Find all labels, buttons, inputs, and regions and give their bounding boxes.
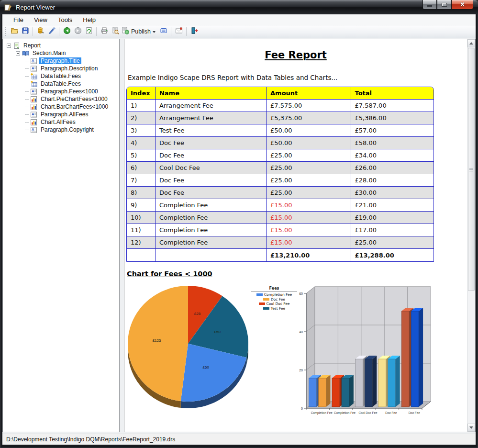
cell-name: Completion Fee — [156, 236, 267, 249]
paragraph-icon: A — [30, 65, 37, 72]
cell-amount: £15.00 — [267, 212, 351, 224]
data-key-button[interactable] — [35, 26, 46, 37]
bar-side-7 — [396, 356, 400, 407]
tree-item-chart-allfees[interactable]: Chart.AllFees — [4, 118, 118, 126]
open-button[interactable] — [9, 26, 20, 37]
cell-index: 8) — [127, 187, 156, 199]
legend-title: Fees — [251, 286, 297, 291]
menu-file[interactable]: File — [8, 15, 29, 24]
cell-amount: £25.00 — [267, 174, 351, 187]
cell-amount: £25.00 — [267, 187, 351, 199]
bar-chart: 0204060Completion FeeCompletion FeeCool … — [294, 280, 459, 424]
collapse-toggle[interactable] — [16, 51, 20, 56]
chevron-down-icon — [153, 31, 156, 33]
cell-total: £30.00 — [351, 187, 434, 199]
cell-index: 7) — [127, 174, 156, 187]
datatable-icon — [30, 73, 37, 80]
vertical-scrollbar[interactable] — [467, 39, 475, 432]
menu-help[interactable]: Help — [78, 15, 101, 24]
design-button[interactable] — [46, 26, 57, 37]
tree-item-paragraph-description[interactable]: AParagraph.Description — [4, 65, 118, 72]
close-icon — [459, 2, 466, 7]
table-row: 10)Completion Fee£15.00£19.00 — [127, 212, 434, 224]
cell-index: 4) — [127, 137, 156, 149]
tree-item-datatable-fees[interactable]: DataTable.Fees — [4, 72, 118, 80]
report-tree-panel: ReportSection.MainAParagraph.TitleAParag… — [2, 39, 120, 432]
table-row: 8)Doc Fee£25.00£30.00 — [127, 187, 434, 199]
scroll-up-icon — [469, 42, 473, 45]
exit-button[interactable] — [189, 26, 200, 37]
cell-amount: £50.00 — [267, 124, 351, 137]
menu-tools[interactable]: Tools — [53, 15, 78, 24]
fax-print-button[interactable] — [158, 26, 169, 37]
table-row: 12)Completion Fee£15.00£25.00 — [127, 236, 434, 249]
bar-doc-fee-8 — [401, 311, 409, 407]
tree-item-chart-piechartfees-1000[interactable]: Chart.PieChartFees<1000 — [4, 95, 118, 103]
email-button[interactable] — [173, 26, 184, 37]
app-window: Report Viewer FileViewToolsHelp Publish … — [0, 0, 478, 448]
svg-text:A: A — [32, 58, 34, 63]
tree-item-label: Paragraph.AllFees — [39, 111, 89, 118]
cell-amount: £15.00 — [267, 199, 351, 212]
tree-connector — [25, 68, 29, 69]
table-row: 3)Test Fee£50.00£57.00 — [127, 124, 434, 137]
back-icon — [63, 27, 71, 36]
forward-icon — [74, 27, 82, 36]
menu-view[interactable]: View — [29, 15, 53, 24]
y-axis-tick-label: 40 — [299, 330, 303, 334]
legend-entry-completion-fee: Completion Fee — [251, 292, 297, 297]
table-row: 7)Doc Fee£25.00£28.00 — [127, 174, 434, 187]
scroll-down-button[interactable] — [467, 424, 475, 432]
toolbar: Publish — [2, 25, 476, 38]
minimize-button[interactable] — [422, 0, 437, 10]
toolbar-separator — [171, 27, 171, 36]
close-button[interactable] — [451, 0, 473, 10]
back-button[interactable] — [61, 26, 72, 37]
tree-item-label: Report — [22, 42, 42, 49]
print-button[interactable] — [99, 26, 110, 37]
tree-item-paragraph-copyright[interactable]: AParagraph.Copyright — [4, 126, 118, 134]
toolbar-grip — [5, 27, 6, 36]
refresh-button[interactable] — [83, 26, 94, 37]
cell-index: 12) — [127, 236, 156, 249]
pie-value-label-cool-doc-fee: £25 — [194, 312, 201, 316]
print-preview-button[interactable] — [110, 26, 121, 37]
status-bar: D:\Development Testing\Indigo DQM\Report… — [2, 434, 476, 445]
tree-connector — [25, 84, 29, 84]
tree-item-paragraph-fees-1000[interactable]: AParagraph.Fees<1000 — [4, 88, 118, 95]
tree-item-label: Paragraph.Fees<1000 — [39, 88, 100, 95]
scroll-thumb[interactable] — [468, 48, 475, 291]
tree-item-datatable-fees[interactable]: DataTable.Fees — [4, 80, 118, 88]
title-bar[interactable]: Report Viewer — [0, 0, 478, 14]
tree-item-label: DataTable.Fees — [39, 73, 82, 79]
toolbar-separator — [96, 27, 97, 36]
total-amount: £13,210.00 — [267, 249, 351, 261]
chart-icon — [30, 103, 37, 111]
tree-item-section-main[interactable]: Section.Main — [4, 49, 118, 57]
table-row: 1)Arrangement Fee£7,575.00£7,587.00 — [127, 100, 434, 112]
maximize-button[interactable] — [437, 0, 451, 10]
cell-total: £57.00 — [351, 124, 434, 137]
total-empty-name — [156, 249, 267, 261]
minimize-icon — [427, 5, 432, 7]
scroll-up-button[interactable] — [467, 39, 475, 47]
legend-label: Cool Doc Fee — [267, 302, 290, 306]
tree-item-paragraph-title[interactable]: AParagraph.Title — [4, 57, 118, 65]
publish-button[interactable]: Publish — [121, 26, 158, 37]
forward-button[interactable] — [72, 26, 83, 37]
tree-item-report[interactable]: Report — [4, 42, 118, 49]
status-file-path: D:\Development Testing\Indigo DQM\Report… — [6, 436, 175, 443]
cell-name: Doc Fee — [156, 174, 267, 187]
publish-label: Publish — [131, 28, 151, 35]
cell-amount: £7,575.00 — [267, 100, 351, 112]
x-axis-label-doc-fee-3: Doc Fee — [385, 411, 397, 414]
tree-item-chart-barchartfees-1000[interactable]: Chart.BarChartFees<1000 — [4, 103, 118, 111]
bar-side-3 — [349, 375, 354, 407]
maximize-icon — [442, 3, 447, 7]
table-total-row: £13,210.00 £13,288.00 — [127, 249, 434, 261]
y-axis-tick-label: 20 — [299, 369, 303, 372]
tree-item-paragraph-allfees[interactable]: AParagraph.AllFees — [4, 111, 118, 118]
collapse-toggle[interactable] — [7, 44, 11, 48]
report-description: Example Indigo Scape DRS Report with Dat… — [126, 74, 466, 81]
save-button[interactable] — [20, 26, 31, 37]
